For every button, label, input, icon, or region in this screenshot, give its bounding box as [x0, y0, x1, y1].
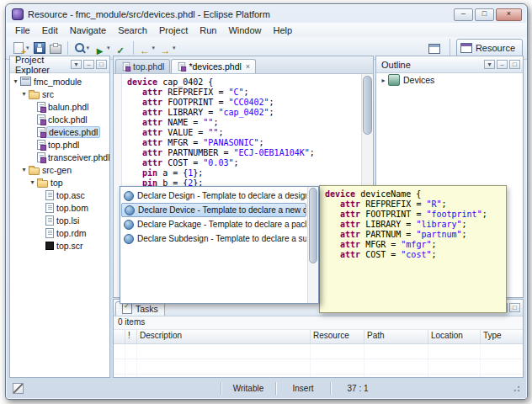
tree-item-top-asc[interactable]: top.asc	[10, 189, 109, 201]
project-explorer-view: Project Explorer ▾ – □ ▾fmc_module▾srcba…	[9, 56, 110, 378]
tree-item-devices-phdl[interactable]: devices.phdl	[10, 125, 109, 138]
save-icon	[34, 42, 45, 54]
tree-item-label: top.scr	[56, 241, 83, 251]
tree-item-label: top.lsi	[56, 215, 79, 226]
file-icon	[45, 190, 54, 200]
completion-item[interactable]: Declare Package - Template to declare a …	[121, 217, 306, 231]
maximize-button[interactable]: □	[475, 8, 494, 21]
completion-item[interactable]: Declare Design - Template to declare a d…	[121, 189, 306, 203]
file-icon	[123, 62, 130, 71]
insert-mode-status: Insert	[275, 382, 330, 395]
expander-icon[interactable]: ▾	[29, 178, 36, 186]
maximize-view-icon[interactable]: □	[96, 60, 107, 69]
template-icon	[124, 234, 134, 244]
file-icon	[178, 62, 186, 71]
code-line: attr PARTNUMBER = "ECJ-0EB1A104K";	[127, 148, 361, 158]
tasks-empty-row	[114, 344, 523, 359]
dropdown-arrow-icon: ▾	[26, 45, 29, 51]
tree-item-top-phdl[interactable]: top.phdl	[10, 138, 109, 151]
tasks-column-header[interactable]	[114, 330, 125, 343]
maximize-view-icon[interactable]: □	[509, 60, 520, 69]
code-line: pin a = {1};	[127, 168, 361, 178]
view-menu-icon[interactable]: ▾	[71, 60, 82, 69]
menu-item-navigate[interactable]: Navigate	[64, 24, 112, 36]
project-explorer-header[interactable]: Project Explorer ▾ – □	[10, 56, 109, 73]
tasks-column-header-description[interactable]: Description	[137, 330, 311, 343]
content-assist-popup: Declare Design - Template to declare a d…	[120, 186, 319, 304]
code-line: attr FOOTPRINT = "CC0402";	[127, 98, 361, 108]
code-line: device deviceName {	[325, 189, 501, 199]
perspective-label: Resource	[476, 43, 515, 53]
menu-bar: FileEditNavigateSearchProjectRunWindowHe…	[6, 23, 527, 37]
code-line: attr COST = "0.03";	[127, 158, 361, 168]
outline-item-label: Devices	[403, 75, 434, 85]
fast-view-icon	[428, 44, 440, 54]
file-phdl-icon	[37, 127, 45, 137]
title-bar[interactable]: Resource - fmc_module/src/devices.phdl -…	[6, 4, 527, 23]
outline-item-devices[interactable]: ▸Devices	[376, 73, 523, 87]
completion-item-label: Declare Design - Template to declare a d…	[137, 191, 306, 200]
tree-item-label: clock.phdl	[48, 114, 88, 125]
close-button[interactable]: ×	[496, 8, 522, 21]
menu-item-edit[interactable]: Edit	[36, 24, 64, 36]
popup-scrollbar[interactable]	[307, 187, 318, 303]
expander-icon[interactable]: ▾	[12, 77, 19, 85]
tasks-table-body[interactable]	[114, 344, 523, 377]
folder-icon	[37, 180, 48, 188]
editor-tab-top-phdl[interactable]: top.phdl	[115, 59, 170, 73]
maximize-view-icon[interactable]: □	[509, 303, 520, 312]
file-phdl-icon	[37, 102, 45, 112]
tree-item-label: top	[51, 178, 63, 188]
view-menu-icon[interactable]: ▾	[484, 60, 495, 69]
outline-tree: ▸Devices	[376, 73, 523, 87]
tasks-column-header-path[interactable]: Path	[364, 330, 428, 343]
expander-icon[interactable]: ▸	[380, 77, 387, 84]
tasks-column-header-resource[interactable]: Resource	[311, 330, 364, 343]
code-line: device cap_0402 {	[127, 77, 361, 88]
tree-item-label: top.phdl	[48, 140, 79, 150]
code-line: attr FOOTPRINT = "footprint";	[325, 209, 501, 219]
tasks-tab-label: Tasks	[136, 304, 158, 314]
editor-tab--devices-phdl[interactable]: *devices.phdl×	[171, 59, 256, 73]
tree-item-clock-phdl[interactable]: clock.phdl	[10, 113, 109, 125]
tree-item-label: fmc_module	[34, 77, 82, 87]
tree-item-src-gen[interactable]: ▾src-gen	[10, 163, 109, 176]
tasks-empty-row	[114, 359, 523, 375]
dropdown-arrow-icon: ▾	[107, 45, 110, 51]
tasks-column-header-type[interactable]: Type	[481, 330, 524, 343]
tree-item-top-rdm[interactable]: top.rdm	[10, 226, 109, 239]
menu-item-project[interactable]: Project	[153, 24, 194, 36]
tree-item-balun-phdl[interactable]: balun.phdl	[10, 100, 109, 113]
popup-scrollbar-thumb[interactable]	[309, 188, 317, 263]
resize-grip-icon[interactable]	[513, 385, 520, 392]
tasks-column-header-![interactable]: !	[125, 330, 137, 343]
tree-item-top-bom[interactable]: top.bom	[10, 201, 109, 214]
window-title: Resource - fmc_module/src/devices.phdl -…	[28, 9, 448, 19]
tree-item-fmc_module[interactable]: ▾fmc_module	[10, 75, 109, 88]
menu-item-file[interactable]: File	[9, 24, 36, 36]
expander-icon[interactable]: ▾	[20, 166, 28, 173]
completion-item[interactable]: Declare Device - Template to declare a n…	[121, 203, 306, 217]
completion-item[interactable]: Declare Subdesign - Template to declare …	[121, 231, 306, 246]
dropdown-arrow-icon: ▾	[87, 45, 90, 51]
code-line: attr LIBRARY = "library";	[325, 219, 501, 229]
expander-icon[interactable]: ▾	[20, 90, 28, 98]
minimize-button[interactable]: –	[454, 8, 473, 21]
tasks-column-header-location[interactable]: Location	[428, 330, 481, 343]
tree-item-src[interactable]: ▾src	[10, 88, 109, 100]
outline-header[interactable]: Outline ▾ – □	[376, 56, 523, 73]
tree-item-top-lsi[interactable]: top.lsi	[10, 214, 109, 226]
menu-item-window[interactable]: Window	[222, 24, 267, 36]
folder-icon	[29, 167, 40, 175]
tree-item-top-scr[interactable]: top.scr	[10, 239, 109, 252]
minimize-view-icon[interactable]: –	[83, 60, 94, 69]
menu-item-search[interactable]: Search	[112, 24, 153, 36]
close-tab-icon[interactable]: ×	[246, 62, 250, 71]
code-line: attr PARTNUM = "partnum";	[325, 229, 501, 239]
editor-scrollbar-thumb[interactable]	[363, 76, 372, 135]
menu-item-help[interactable]: Help	[268, 24, 299, 36]
menu-item-run[interactable]: Run	[194, 24, 222, 36]
minimize-view-icon[interactable]: –	[497, 60, 508, 69]
tree-item-transceiver-phdl[interactable]: transceiver.phdl	[10, 151, 109, 163]
tree-item-top[interactable]: ▾top	[10, 176, 109, 189]
